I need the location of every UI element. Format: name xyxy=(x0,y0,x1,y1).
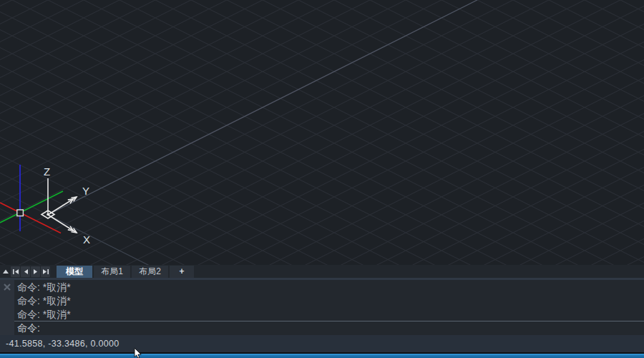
last-tab-icon xyxy=(42,268,49,275)
tab-layout1[interactable]: 布局1 xyxy=(94,266,130,278)
drawing-canvas[interactable]: Z Y X xyxy=(0,0,644,265)
tab-nav-first-button[interactable] xyxy=(11,266,20,277)
command-window-expand-button[interactable] xyxy=(1,266,10,276)
layout-tab-bar: 模型 布局1 布局2 + xyxy=(0,265,644,278)
ucs-x-label: X xyxy=(83,233,90,246)
tab-nav-previous-button[interactable] xyxy=(21,266,30,277)
command-window-gutter xyxy=(0,280,14,335)
tab-layout2[interactable]: 布局2 xyxy=(132,266,168,278)
command-history-line: 命令: *取消* xyxy=(17,281,644,294)
command-separator xyxy=(14,321,644,321)
close-icon xyxy=(3,283,11,291)
cad-application-window: { "viewport": { "ucs_labels": { "x": "X"… xyxy=(0,0,644,358)
iso-grid xyxy=(0,0,644,265)
window-bottom-edge xyxy=(0,352,644,358)
command-history: 命令: *取消* 命令: *取消* 命令: *取消* xyxy=(17,281,644,321)
tab-new-layout[interactable]: + xyxy=(170,266,194,278)
tab-model[interactable]: 模型 xyxy=(57,266,92,278)
ucs-z-label: Z xyxy=(44,165,50,178)
command-history-line: 命令: *取消* xyxy=(17,294,644,308)
command-prompt-input[interactable]: 命令: xyxy=(17,321,40,335)
command-window-close-button[interactable] xyxy=(3,283,11,291)
previous-tab-icon xyxy=(23,268,29,275)
tab-nav-last-button[interactable] xyxy=(41,266,50,277)
triangle-up-icon xyxy=(2,268,9,274)
ucs-y-label: Y xyxy=(82,185,89,197)
first-tab-icon xyxy=(12,268,19,275)
next-tab-icon xyxy=(33,268,39,275)
command-history-line: 命令: *取消* xyxy=(17,308,644,321)
tab-nav-next-button[interactable] xyxy=(31,266,40,277)
status-bar: -41.5858, -33.3486, 0.0000 xyxy=(0,335,644,352)
viewport-svg: Z Y X xyxy=(0,0,644,265)
command-line-window[interactable]: 命令: *取消* 命令: *取消* 命令: *取消* 命令: xyxy=(0,278,644,335)
coordinates-display[interactable]: -41.5858, -33.3486, 0.0000 xyxy=(6,335,119,352)
